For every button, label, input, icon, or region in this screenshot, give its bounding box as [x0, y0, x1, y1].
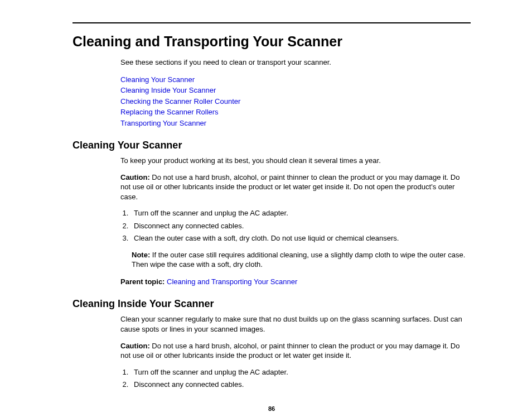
steps-list: Turn off the scanner and unplug the AC a… [120, 367, 471, 390]
caution-text: Do not use a hard brush, alcohol, or pai… [120, 342, 460, 360]
step-item: Disconnect any connected cables. [130, 221, 471, 231]
step-item: Turn off the scanner and unplug the AC a… [130, 367, 471, 377]
section-paragraph: To keep your product working at its best… [120, 156, 471, 166]
section-heading: Cleaning Inside Your Scanner [72, 298, 471, 310]
parent-topic-link[interactable]: Cleaning and Transporting Your Scanner [165, 277, 297, 286]
note-block: Note: If the outer case still requires a… [132, 250, 471, 270]
caution-text: Do not use a hard brush, alcohol, or pai… [120, 173, 460, 201]
intro-block: See these sections if you need to clean … [120, 58, 471, 128]
note-text: If the outer case still requires additio… [132, 251, 465, 269]
toc-link[interactable]: Checking the Scanner Roller Counter [120, 96, 471, 107]
note-label: Note: [132, 251, 150, 259]
section-body: Clean your scanner regularly to make sur… [120, 314, 471, 389]
toc-link[interactable]: Replacing the Scanner Rollers [120, 107, 471, 118]
section-paragraph: Clean your scanner regularly to make sur… [120, 314, 471, 334]
horizontal-rule [72, 22, 471, 23]
section-heading: Cleaning Your Scanner [72, 140, 471, 151]
steps-list: Turn off the scanner and unplug the AC a… [120, 208, 471, 243]
parent-topic-label: Parent topic: [120, 277, 165, 286]
section-body: To keep your product working at its best… [120, 156, 471, 287]
intro-text: See these sections if you need to clean … [120, 58, 471, 68]
toc-link[interactable]: Cleaning Inside Your Scanner [120, 85, 471, 96]
step-item: Clean the outer case with a soft, dry cl… [130, 233, 471, 243]
toc-links: Cleaning Your Scanner Cleaning Inside Yo… [120, 74, 471, 129]
page-title: Cleaning and Transporting Your Scanner [72, 33, 471, 50]
toc-link[interactable]: Cleaning Your Scanner [120, 74, 471, 85]
document-page: Cleaning and Transporting Your Scanner S… [0, 0, 532, 412]
page-number: 86 [72, 405, 471, 412]
step-item: Disconnect any connected cables. [130, 380, 471, 390]
caution-label: Caution: [120, 173, 150, 181]
step-item: Turn off the scanner and unplug the AC a… [130, 208, 471, 218]
toc-link[interactable]: Transporting Your Scanner [120, 118, 471, 129]
caution-paragraph: Caution: Do not use a hard brush, alcoho… [120, 173, 471, 202]
caution-paragraph: Caution: Do not use a hard brush, alcoho… [120, 341, 471, 361]
parent-topic: Parent topic: Cleaning and Transporting … [120, 276, 471, 288]
caution-label: Caution: [120, 342, 150, 350]
